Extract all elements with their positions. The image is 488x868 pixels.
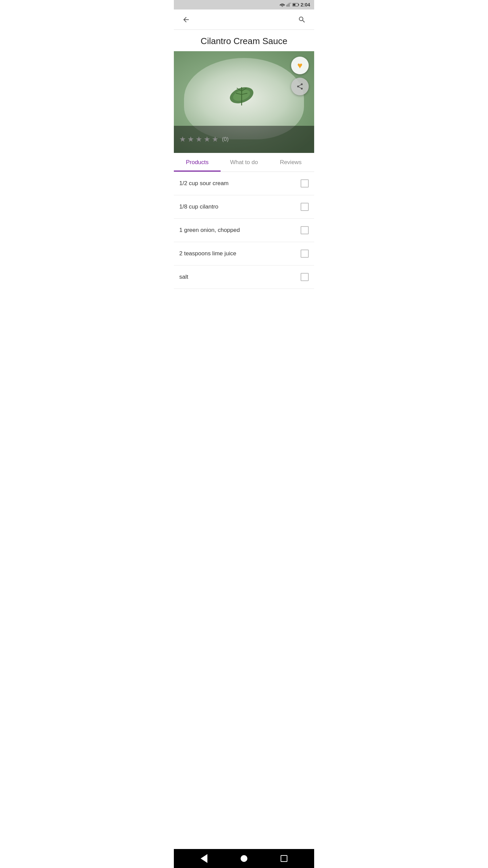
rating-count: (0): [222, 136, 229, 142]
image-action-buttons: ♥: [291, 57, 309, 95]
nav-back-button[interactable]: [197, 852, 211, 865]
ingredient-text-4: 2 teaspoons lime juice: [179, 250, 301, 257]
signal-icon: [286, 3, 291, 7]
svg-rect-7: [298, 4, 299, 5]
ingredient-text-3: 1 green onion, chopped: [179, 227, 301, 234]
recipe-title: Cilantro Cream Sauce: [174, 30, 314, 51]
ingredient-checkbox-5[interactable]: [301, 273, 309, 281]
ingredient-item-5: salt: [174, 265, 314, 289]
nav-back-icon: [201, 854, 207, 863]
bottom-navigation: [174, 849, 314, 868]
nav-home-icon: [241, 855, 247, 862]
star-5[interactable]: ★: [212, 135, 219, 144]
star-2[interactable]: ★: [187, 135, 194, 144]
star-1[interactable]: ★: [179, 135, 186, 144]
svg-point-0: [282, 6, 283, 7]
ingredients-list: 1/2 cup sour cream 1/8 cup cilantro 1 gr…: [174, 172, 314, 849]
heart-icon: ♥: [297, 60, 302, 71]
star-3[interactable]: ★: [196, 135, 202, 144]
svg-rect-2: [287, 4, 288, 6]
svg-rect-8: [293, 4, 295, 6]
share-icon: [296, 83, 304, 90]
svg-rect-3: [289, 3, 290, 6]
cilantro-leaf-decoration: [221, 78, 262, 112]
star-rating[interactable]: ★ ★ ★ ★ ★: [179, 135, 219, 144]
ingredient-item-3: 1 green onion, chopped: [174, 219, 314, 242]
battery-icon: [292, 3, 299, 7]
ingredient-text-5: salt: [179, 274, 301, 280]
top-navigation: [174, 9, 314, 30]
status-icons: 2:04: [280, 2, 310, 7]
status-time: 2:04: [301, 2, 310, 7]
back-button[interactable]: [179, 13, 193, 26]
tab-reviews[interactable]: Reviews: [267, 153, 314, 172]
nav-recent-button[interactable]: [277, 852, 291, 865]
favorite-button[interactable]: ♥: [291, 57, 309, 74]
ingredient-checkbox-3[interactable]: [301, 226, 309, 234]
svg-rect-1: [286, 5, 287, 7]
back-arrow-icon: [182, 16, 190, 24]
nav-home-button[interactable]: [237, 852, 251, 865]
share-button[interactable]: [291, 78, 309, 95]
ingredient-item-2: 1/8 cup cilantro: [174, 195, 314, 219]
ingredient-checkbox-4[interactable]: [301, 250, 309, 258]
ingredient-text-1: 1/2 cup sour cream: [179, 180, 301, 187]
tab-products[interactable]: Products: [174, 153, 221, 172]
wifi-icon: [280, 3, 285, 7]
ingredient-checkbox-1[interactable]: [301, 179, 309, 188]
ingredient-checkbox-2[interactable]: [301, 203, 309, 211]
ingredient-item-1: 1/2 cup sour cream: [174, 172, 314, 195]
status-bar: 2:04: [174, 0, 314, 9]
recipe-image-container: ♥ ★ ★ ★ ★ ★ (0): [174, 51, 314, 153]
tab-what-to-do[interactable]: What to do: [221, 153, 267, 172]
nav-recent-icon: [281, 855, 287, 862]
ingredient-text-2: 1/8 cup cilantro: [179, 203, 301, 210]
ingredient-item-4: 2 teaspoons lime juice: [174, 242, 314, 265]
search-button[interactable]: [295, 13, 309, 26]
rating-overlay: ★ ★ ★ ★ ★ (0): [174, 126, 314, 153]
search-icon: [298, 16, 306, 24]
tabs-container: Products What to do Reviews: [174, 153, 314, 172]
star-4[interactable]: ★: [204, 135, 210, 144]
